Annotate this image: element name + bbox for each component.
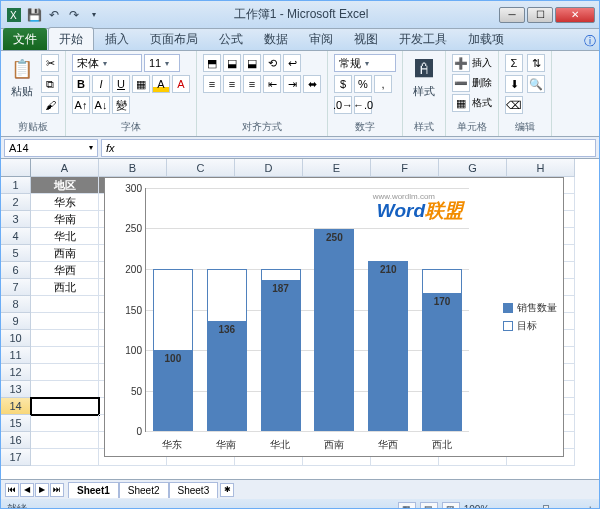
cell[interactable]	[31, 313, 99, 330]
font-name-combo[interactable]: 宋体▾	[72, 54, 142, 72]
view-layout-icon[interactable]: ▤	[420, 502, 438, 509]
grow-font-icon[interactable]: A↑	[72, 96, 90, 114]
zoom-out-button[interactable]: −	[493, 504, 499, 510]
row-header[interactable]: 5	[1, 245, 31, 262]
tab-dev[interactable]: 开发工具	[389, 28, 457, 50]
delete-cells-button[interactable]: ➖删除	[452, 74, 492, 92]
minimize-button[interactable]: ─	[499, 7, 525, 23]
row-header[interactable]: 15	[1, 415, 31, 432]
format-painter-icon[interactable]: 🖌	[41, 96, 59, 114]
autosum-icon[interactable]: Σ	[505, 54, 523, 72]
worksheet-grid[interactable]: ABCDEFGH 1地区销售数量目标2华东3华南4华北5西南6华西7西北8910…	[1, 159, 599, 479]
row-header[interactable]: 16	[1, 432, 31, 449]
tab-layout[interactable]: 页面布局	[140, 28, 208, 50]
number-format-combo[interactable]: 常规▾	[334, 54, 396, 72]
col-header[interactable]: B	[99, 159, 167, 177]
maximize-button[interactable]: ☐	[527, 7, 553, 23]
comma-icon[interactable]: ,	[374, 75, 392, 93]
sort-filter-icon[interactable]: ⇅	[527, 54, 545, 72]
align-top-icon[interactable]: ⬒	[203, 54, 221, 72]
view-break-icon[interactable]: ▧	[442, 502, 460, 509]
paste-button[interactable]: 📋 粘贴	[7, 54, 37, 101]
row-header[interactable]: 4	[1, 228, 31, 245]
col-header[interactable]: F	[371, 159, 439, 177]
dec-decimal-icon[interactable]: ←.0	[354, 96, 372, 114]
sheet-tab-3[interactable]: Sheet3	[169, 482, 219, 498]
underline-button[interactable]: U	[112, 75, 130, 93]
redo-icon[interactable]: ↷	[65, 6, 83, 24]
col-header[interactable]: G	[439, 159, 507, 177]
find-icon[interactable]: 🔍	[527, 75, 545, 93]
cell[interactable]	[31, 347, 99, 364]
qat-dropdown-icon[interactable]: ▾	[85, 6, 103, 24]
row-header[interactable]: 6	[1, 262, 31, 279]
cell[interactable]: 华南	[31, 211, 99, 228]
styles-button[interactable]: 🅰 样式	[409, 54, 439, 101]
cell[interactable]	[31, 381, 99, 398]
indent-dec-icon[interactable]: ⇤	[263, 75, 281, 93]
align-middle-icon[interactable]: ⬓	[223, 54, 241, 72]
format-cells-button[interactable]: ▦格式	[452, 94, 492, 112]
cut-icon[interactable]: ✂	[41, 54, 59, 72]
border-button[interactable]: ▦	[132, 75, 150, 93]
cell[interactable]: 西南	[31, 245, 99, 262]
cell[interactable]	[31, 296, 99, 313]
col-header[interactable]: H	[507, 159, 575, 177]
view-normal-icon[interactable]: ▦	[398, 502, 416, 509]
sheet-nav-last-icon[interactable]: ⏭	[50, 483, 64, 497]
italic-button[interactable]: I	[92, 75, 110, 93]
tab-formula[interactable]: 公式	[209, 28, 253, 50]
cell[interactable]: 西北	[31, 279, 99, 296]
font-size-combo[interactable]: 11▾	[144, 54, 180, 72]
bold-button[interactable]: B	[72, 75, 90, 93]
row-header[interactable]: 10	[1, 330, 31, 347]
cell[interactable]	[31, 330, 99, 347]
indent-inc-icon[interactable]: ⇥	[283, 75, 301, 93]
percent-icon[interactable]: %	[354, 75, 372, 93]
copy-icon[interactable]: ⧉	[41, 75, 59, 93]
merge-icon[interactable]: ⬌	[303, 75, 321, 93]
row-header[interactable]: 13	[1, 381, 31, 398]
cell[interactable]	[31, 364, 99, 381]
tab-addin[interactable]: 加载项	[458, 28, 514, 50]
tab-file[interactable]: 文件	[3, 28, 47, 50]
inc-decimal-icon[interactable]: .0→	[334, 96, 352, 114]
row-header[interactable]: 8	[1, 296, 31, 313]
cell[interactable]	[31, 432, 99, 449]
tab-data[interactable]: 数据	[254, 28, 298, 50]
row-header[interactable]: 7	[1, 279, 31, 296]
undo-icon[interactable]: ↶	[45, 6, 63, 24]
row-header[interactable]: 2	[1, 194, 31, 211]
align-left-icon[interactable]: ≡	[203, 75, 221, 93]
tab-view[interactable]: 视图	[344, 28, 388, 50]
cell[interactable]: 华北	[31, 228, 99, 245]
close-button[interactable]: ✕	[555, 7, 595, 23]
ribbon-help-icon[interactable]: ⓘ	[581, 32, 599, 50]
save-icon[interactable]: 💾	[25, 6, 43, 24]
tab-insert[interactable]: 插入	[95, 28, 139, 50]
row-header[interactable]: 12	[1, 364, 31, 381]
shrink-font-icon[interactable]: A↓	[92, 96, 110, 114]
cell[interactable]: 华西	[31, 262, 99, 279]
excel-icon[interactable]: X	[5, 6, 23, 24]
cell[interactable]	[31, 449, 99, 466]
insert-cells-button[interactable]: ➕插入	[452, 54, 492, 72]
tab-review[interactable]: 审阅	[299, 28, 343, 50]
wrap-text-icon[interactable]: ↩	[283, 54, 301, 72]
cell[interactable]: 地区	[31, 177, 99, 194]
row-header[interactable]: 17	[1, 449, 31, 466]
row-header[interactable]: 3	[1, 211, 31, 228]
row-header[interactable]: 9	[1, 313, 31, 330]
cell[interactable]: 华东	[31, 194, 99, 211]
col-header[interactable]: D	[235, 159, 303, 177]
row-header[interactable]: 11	[1, 347, 31, 364]
sheet-tab-1[interactable]: Sheet1	[68, 482, 119, 498]
new-sheet-icon[interactable]: ✱	[220, 483, 234, 497]
sheet-nav-next-icon[interactable]: ▶	[35, 483, 49, 497]
name-box[interactable]: A14▾	[4, 139, 98, 157]
align-center-icon[interactable]: ≡	[223, 75, 241, 93]
row-header[interactable]: 1	[1, 177, 31, 194]
fill-icon[interactable]: ⬇	[505, 75, 523, 93]
embedded-chart[interactable]: www.wordlm.com Word联盟 050100150200250300…	[104, 177, 564, 457]
align-right-icon[interactable]: ≡	[243, 75, 261, 93]
